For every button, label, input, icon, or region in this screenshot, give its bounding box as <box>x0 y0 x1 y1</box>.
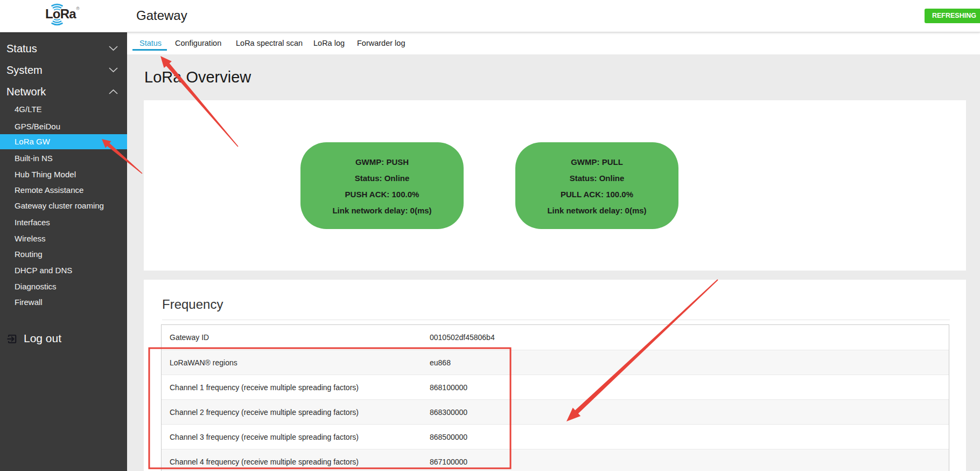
svg-text:LoRa: LoRa <box>45 6 76 21</box>
